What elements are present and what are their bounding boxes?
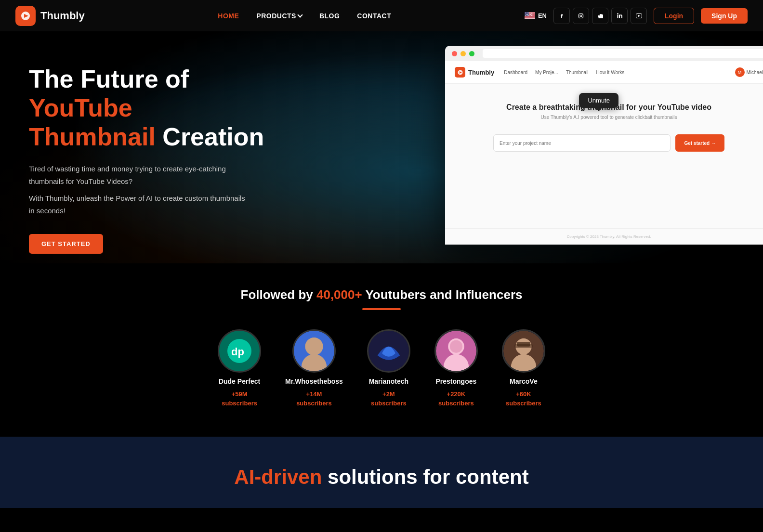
svg-text:★★★★★★: ★★★★★★ bbox=[525, 14, 534, 16]
hero-section: The Future of YouTube Thumbnail Creation… bbox=[0, 31, 763, 263]
svg-rect-9 bbox=[525, 16, 535, 17]
influencer-avatar-mrwho bbox=[292, 329, 336, 373]
influencer-prestongoes: Prestongoes +220Ksubscribers bbox=[434, 329, 478, 407]
close-dot bbox=[452, 51, 457, 56]
influencer-subs-1: +14Msubscribers bbox=[296, 390, 332, 407]
browser-mockup: Unmute Thumbly Dashboard My Proje... bbox=[445, 46, 763, 245]
influencer-subs-2: +2Msubscribers bbox=[371, 390, 407, 407]
mockup-content-subtitle: Use Thumbly's A.I powered tool to genera… bbox=[541, 115, 677, 120]
brand-name: Thumbly bbox=[40, 10, 85, 22]
mockup-url-bar bbox=[483, 49, 763, 58]
linkedin-icon[interactable] bbox=[611, 8, 628, 24]
svg-point-29 bbox=[305, 337, 323, 355]
svg-point-22 bbox=[617, 13, 618, 14]
nav-blog[interactable]: BLOG bbox=[319, 12, 340, 20]
navbar-right: ★★★★★★ ★★★★★ ★★★★★★ EN bbox=[525, 8, 748, 24]
chevron-down-icon bbox=[297, 12, 303, 17]
facebook-icon[interactable] bbox=[553, 8, 570, 24]
us-flag-icon: ★★★★★★ ★★★★★ ★★★★★★ bbox=[525, 12, 535, 19]
svg-rect-21 bbox=[617, 15, 618, 18]
logo-icon bbox=[15, 6, 36, 26]
influencer-avatar-prestongoes bbox=[434, 329, 478, 373]
signup-button[interactable]: Sign Up bbox=[701, 8, 748, 24]
mockup-avatar: M bbox=[735, 67, 745, 77]
mockup-browser-window: Thumbly Dashboard My Proje... Thumbnail … bbox=[445, 46, 763, 245]
mockup-inner-nav: Thumbly Dashboard My Proje... Thumbnail … bbox=[445, 61, 763, 84]
mockup-project-input[interactable] bbox=[493, 134, 671, 152]
svg-text:dp: dp bbox=[231, 346, 244, 358]
instagram-icon[interactable] bbox=[573, 8, 589, 24]
mockup-logo-icon bbox=[455, 67, 465, 78]
nav-contact[interactable]: CONTACT bbox=[357, 12, 391, 20]
brand-logo[interactable]: Thumbly bbox=[15, 6, 85, 26]
influencer-subs-4: +60Ksubscribers bbox=[506, 390, 541, 407]
hero-text: The Future of YouTube Thumbnail Creation… bbox=[29, 60, 279, 254]
social-icons bbox=[553, 8, 647, 24]
lang-selector[interactable]: ★★★★★★ ★★★★★ ★★★★★★ EN bbox=[525, 12, 547, 19]
svg-rect-40 bbox=[514, 344, 532, 348]
svg-point-19 bbox=[580, 15, 582, 17]
influencer-name-0: Dude Perfect bbox=[219, 377, 260, 385]
underline-curve bbox=[362, 308, 401, 310]
nav-home[interactable]: HOME bbox=[218, 12, 239, 20]
mockup-logo: Thumbly bbox=[455, 67, 494, 78]
bottom-title: AI-driven solutions for content bbox=[19, 466, 744, 489]
hero-desc2: With Thumbly, unleash the Power of AI to… bbox=[29, 192, 250, 217]
mockup-nav-items: Dashboard My Proje... Thumbnail How it W… bbox=[504, 70, 624, 75]
svg-point-35 bbox=[450, 340, 462, 353]
influencer-name-1: Mr.Whosetheboss bbox=[285, 377, 343, 385]
influencer-mrwho: Mr.Whosetheboss +14Msubscribers bbox=[285, 329, 343, 407]
mockup-input-row: Get started → bbox=[493, 134, 724, 152]
nav-links: HOME PRODUCTS BLOG CONTACT bbox=[218, 12, 391, 20]
mockup-user: M Michael bbox=[735, 67, 763, 77]
maximize-dot bbox=[469, 51, 474, 56]
mockup-browser-bar bbox=[445, 46, 763, 61]
social-proof-title: Followed by 40,000+ Youtubers and Influe… bbox=[19, 287, 744, 302]
influencer-subs-0: +59Msubscribers bbox=[222, 390, 257, 407]
twitter-icon[interactable] bbox=[592, 8, 608, 24]
svg-rect-11 bbox=[525, 18, 535, 18]
influencer-name-2: Marianotech bbox=[369, 377, 408, 385]
svg-rect-12 bbox=[525, 18, 535, 19]
svg-rect-13 bbox=[525, 19, 535, 19]
svg-point-20 bbox=[582, 14, 582, 14]
influencer-avatar-marianotech bbox=[367, 329, 410, 373]
mockup-get-started-button[interactable]: Get started → bbox=[675, 134, 724, 152]
svg-rect-10 bbox=[525, 17, 535, 17]
youtube-icon[interactable] bbox=[631, 8, 647, 24]
influencer-marcove: MarcoVe +60Ksubscribers bbox=[502, 329, 545, 407]
login-button[interactable]: Login bbox=[654, 8, 694, 24]
get-started-button[interactable]: GET STARTED bbox=[29, 234, 103, 254]
influencer-subs-3: +220Ksubscribers bbox=[438, 390, 474, 407]
influencer-name-3: Prestongoes bbox=[435, 377, 476, 385]
navbar: Thumbly HOME PRODUCTS BLOG CONTACT bbox=[0, 0, 763, 31]
influencer-avatar-marcove bbox=[502, 329, 545, 373]
hero-title: The Future of YouTube Thumbnail Creation bbox=[29, 65, 279, 151]
influencer-dude-perfect: dp Dude Perfect +59Msubscribers bbox=[218, 329, 261, 407]
influencer-avatar-dude-perfect: dp bbox=[218, 329, 261, 373]
nav-products[interactable]: PRODUCTS bbox=[256, 12, 302, 20]
influencer-name-4: MarcoVe bbox=[510, 377, 538, 385]
influencers-row: dp Dude Perfect +59Msubscribers Mr.Whose… bbox=[19, 329, 744, 407]
minimize-dot bbox=[460, 51, 466, 56]
social-proof-section: Followed by 40,000+ Youtubers and Influe… bbox=[0, 263, 763, 436]
lang-label: EN bbox=[538, 12, 547, 19]
mockup-footer: Copyrights © 2023 Thumbly. All Rights Re… bbox=[445, 228, 763, 245]
influencer-marianotech: Marianotech +2Msubscribers bbox=[367, 329, 410, 407]
svg-marker-24 bbox=[638, 15, 640, 17]
bottom-section: AI-driven solutions for content bbox=[0, 437, 763, 508]
hero-desc1: Tired of wasting time and money trying t… bbox=[29, 163, 250, 187]
unmute-tooltip[interactable]: Unmute bbox=[579, 93, 618, 108]
